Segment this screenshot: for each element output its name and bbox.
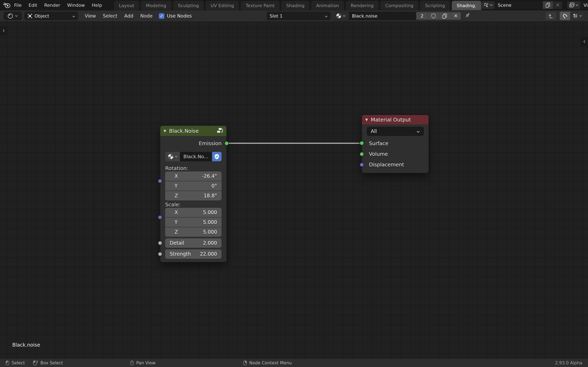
scale-y-slider[interactable]: Y 5.000 [165, 217, 222, 227]
object-data-icon [27, 13, 33, 18]
menu-select[interactable]: Select [99, 10, 121, 22]
detail-slider[interactable]: Detail 2.000 [165, 238, 222, 248]
tab-modeling[interactable]: Modeling [141, 1, 171, 10]
socket-output-emission[interactable] [224, 141, 229, 146]
workspace-tabs: Layout Modeling Sculpting UV Editing Tex… [114, 1, 481, 10]
socket-input-scale[interactable] [158, 215, 162, 220]
material-new-copy-button[interactable] [439, 12, 450, 20]
menu-file[interactable]: File [11, 0, 25, 10]
material-users-count[interactable]: 2 [416, 12, 428, 20]
node-material-selector: Black.No... [165, 152, 222, 161]
material-fake-user-button[interactable] [428, 12, 439, 20]
menu-node[interactable]: Node [137, 10, 156, 22]
node-black-noise[interactable]: ▼ Black.Noise Emission [160, 125, 227, 262]
fake-user-button-enabled[interactable] [212, 152, 222, 161]
scale-sliders: X 5.000 Y 5.000 Z 5.000 [165, 208, 222, 237]
snap-toggle-button[interactable] [559, 11, 571, 20]
shader-editor-icon [8, 13, 13, 19]
tab-sculpting[interactable]: Sculpting [173, 1, 204, 10]
rotation-y-slider[interactable]: Y 0° [165, 181, 222, 191]
node-black-noise-header[interactable]: ▼ Black.Noise [160, 126, 226, 136]
collapse-triangle-icon[interactable]: ▼ [164, 129, 166, 133]
node-editor-canvas[interactable]: › ‹ ▼ Black.Noise Emission [0, 22, 588, 359]
scene-name-field[interactable]: Scene [494, 1, 543, 9]
material-sphere-icon [168, 154, 174, 160]
rotation-x-slider[interactable]: X -26.4° [165, 171, 222, 181]
node-link-emission-to-surface[interactable] [227, 142, 362, 144]
node-group-icon [217, 128, 223, 134]
node-material-output[interactable]: ▼ Material Output All Surface Volume Dis… [362, 115, 429, 173]
blender-logo-icon[interactable] [3, 2, 11, 8]
shader-type-dropdown[interactable]: Object [25, 12, 78, 20]
mouse-middle-icon [130, 360, 134, 366]
rotation-z-slider[interactable]: Z 18.8° [165, 191, 222, 200]
tab-shading[interactable]: Shading [281, 1, 309, 10]
output-target-dropdown[interactable]: All [367, 127, 424, 136]
toolbar-open-toggle[interactable]: › [0, 26, 7, 35]
tab-rendering[interactable]: Rendering [346, 1, 379, 10]
sidebar-open-toggle[interactable]: ‹ [581, 37, 588, 47]
material-slot-dropdown[interactable]: Slot 1 [267, 12, 330, 20]
version-label: 2.93.0 Alpha [555, 360, 582, 365]
go-to-parent-node-button[interactable] [545, 11, 557, 20]
scale-x-slider[interactable]: X 5.000 [165, 208, 222, 217]
mouse-right-icon [243, 360, 247, 366]
menu-add[interactable]: Add [121, 10, 137, 22]
scene-new-copy-button[interactable] [543, 1, 553, 9]
mouse-left-icon [6, 360, 9, 366]
snap-mode-dropdown[interactable] [571, 11, 584, 20]
menu-render[interactable]: Render [41, 0, 63, 10]
scale-z-slider[interactable]: Z 5.000 [165, 227, 222, 237]
shield-check-icon [214, 154, 219, 159]
snap-grid-icon [573, 13, 578, 18]
view-layer-icon [569, 2, 575, 8]
tab-uv-editing[interactable]: UV Editing [206, 1, 239, 10]
editor-type-button[interactable] [4, 12, 22, 20]
shader-type-value: Object [35, 13, 49, 18]
material-browse-button[interactable] [165, 152, 180, 161]
node-title: Material Output [371, 117, 411, 123]
socket-input-displacement[interactable] [360, 162, 364, 167]
view-layer-name-field[interactable]: View Layer [580, 1, 588, 9]
collapse-triangle-icon[interactable]: ▼ [365, 118, 368, 122]
snapping-controls [559, 11, 584, 20]
view-layer-selector: View Layer ✕ [567, 1, 588, 9]
socket-input-detail[interactable] [158, 241, 162, 245]
node-material-output-header[interactable]: ▼ Material Output [362, 115, 429, 124]
chevron-down-icon [490, 4, 493, 6]
node-title: Black.Noise [169, 128, 199, 134]
tab-animation[interactable]: Animation [311, 1, 344, 10]
tab-shading-custom-active[interactable]: Shading. [452, 1, 481, 10]
statusbar-pan-view-hint: Pan View [130, 360, 155, 366]
chevron-down-icon [72, 16, 75, 17]
material-unlink-button[interactable]: ✕ [450, 12, 461, 20]
tab-compositing[interactable]: Compositing [380, 1, 418, 10]
use-nodes-toggle[interactable]: ✓ Use Nodes [159, 13, 192, 19]
status-bar: Select Box Select Pan View Node Context … [0, 359, 588, 367]
chevron-down-icon [579, 15, 582, 17]
menu-view[interactable]: View [81, 10, 99, 22]
material-browse-button[interactable] [333, 12, 349, 20]
material-name-field[interactable]: Black.No... [180, 152, 212, 161]
tab-texture-paint[interactable]: Texture Paint [241, 1, 279, 10]
active-material-annotation: Black.noise [12, 342, 40, 348]
view-layer-browse-button[interactable] [567, 1, 580, 9]
socket-input-rotation[interactable] [158, 179, 162, 183]
socket-input-volume[interactable] [360, 152, 364, 156]
tab-scripting[interactable]: Scripting [420, 1, 450, 10]
input-surface-label: Surface [367, 138, 424, 149]
menu-edit[interactable]: Edit [25, 0, 41, 10]
material-name-field[interactable]: Black.noise [349, 12, 416, 20]
material-sphere-icon [336, 13, 342, 19]
socket-input-surface[interactable] [360, 141, 364, 145]
tab-layout[interactable]: Layout [114, 1, 139, 10]
menu-help[interactable]: Help [88, 0, 105, 10]
blender-window: File Edit Render Window Help Layout Mode… [0, 0, 588, 367]
scene-browse-button[interactable] [481, 1, 494, 9]
socket-input-strength[interactable] [158, 252, 162, 256]
scene-unlink-button[interactable]: ✕ [553, 1, 562, 9]
menu-window[interactable]: Window [64, 0, 88, 10]
use-nodes-checkbox[interactable]: ✓ [159, 13, 164, 19]
pin-button[interactable] [465, 13, 470, 19]
strength-slider[interactable]: Strength 22.000 [165, 249, 222, 259]
